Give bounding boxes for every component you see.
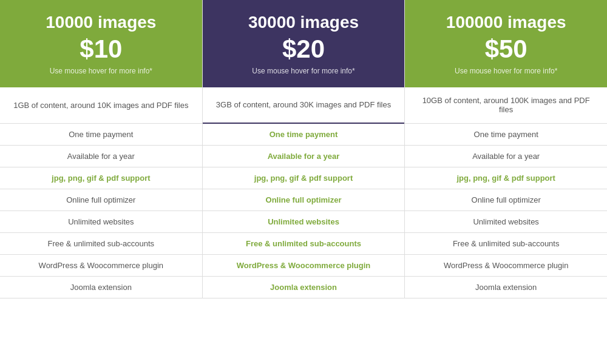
plan-description: 1GB of content, around 10K images and PD…: [0, 87, 202, 124]
feature-row: Free & unlimited sub-accounts: [405, 233, 607, 255]
feature-row: Unlimited websites: [203, 211, 405, 233]
plan-hover-note: Use mouse hover for more info*: [9, 67, 193, 75]
feature-row: Free & unlimited sub-accounts: [203, 233, 405, 255]
feature-row: WordPress & Woocommerce plugin: [203, 255, 405, 277]
plan-standard: 30000 images$20Use mouse hover for more …: [203, 0, 405, 298]
feature-row: Joomla extension: [405, 277, 607, 298]
plan-hover-note: Use mouse hover for more info*: [212, 67, 396, 75]
plan-images-label: 10000 images: [9, 12, 193, 33]
feature-row: WordPress & Woocommerce plugin: [405, 255, 607, 277]
feature-row: Free & unlimited sub-accounts: [0, 233, 202, 255]
feature-row: One time payment: [203, 124, 405, 146]
feature-row: WordPress & Woocommerce plugin: [0, 255, 202, 277]
plan-premium: 100000 images$50Use mouse hover for more…: [405, 0, 607, 298]
feature-row: One time payment: [0, 124, 202, 146]
plan-header-premium: 100000 images$50Use mouse hover for more…: [405, 0, 607, 87]
feature-row: jpg, png, gif & pdf support: [405, 167, 607, 189]
plan-description: 3GB of content, around 30K images and PD…: [203, 87, 405, 124]
feature-row: Joomla extension: [0, 277, 202, 298]
plan-images-label: 30000 images: [212, 12, 396, 33]
feature-row: Online full optimizer: [203, 189, 405, 211]
feature-row: Unlimited websites: [405, 211, 607, 233]
plan-header-basic: 10000 images$10Use mouse hover for more …: [0, 0, 202, 87]
plan-price: $20: [212, 35, 396, 63]
feature-row: One time payment: [405, 124, 607, 146]
feature-row: Available for a year: [0, 146, 202, 167]
pricing-table: 10000 images$10Use mouse hover for more …: [0, 0, 607, 298]
feature-row: Available for a year: [203, 146, 405, 167]
feature-row: Joomla extension: [203, 277, 405, 298]
feature-row: Online full optimizer: [405, 189, 607, 211]
plan-images-label: 100000 images: [414, 12, 598, 33]
plan-price: $10: [9, 35, 193, 63]
plan-description: 10GB of content, around 100K images and …: [405, 87, 607, 124]
feature-row: jpg, png, gif & pdf support: [0, 167, 202, 189]
plan-price: $50: [414, 35, 598, 63]
plan-basic: 10000 images$10Use mouse hover for more …: [0, 0, 203, 298]
feature-row: Available for a year: [405, 146, 607, 167]
plan-header-standard: 30000 images$20Use mouse hover for more …: [203, 0, 405, 87]
feature-row: jpg, png, gif & pdf support: [203, 167, 405, 189]
feature-row: Unlimited websites: [0, 211, 202, 233]
plan-hover-note: Use mouse hover for more info*: [414, 67, 598, 75]
feature-row: Online full optimizer: [0, 189, 202, 211]
